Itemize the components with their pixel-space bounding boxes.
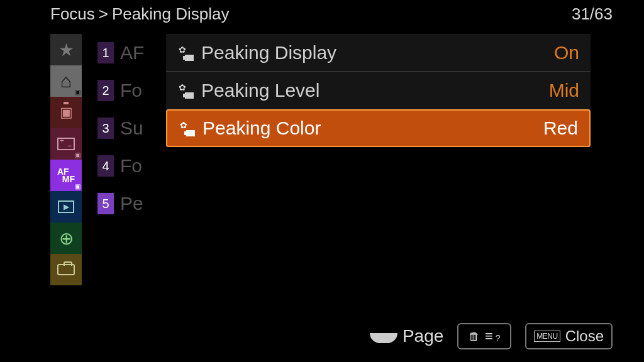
help-qmark: ?	[496, 333, 501, 343]
submenu-item[interactable]: 4 Fo	[97, 147, 167, 185]
camera-corner-icon: ▣	[75, 89, 80, 96]
list-icon: ≡	[485, 328, 493, 344]
close-label: Close	[565, 327, 604, 345]
setting-label: Peaking Level	[201, 80, 319, 101]
setting-peaking-level[interactable]: ✿ Peaking Level Mid	[166, 72, 591, 109]
setting-value: Red	[543, 118, 578, 139]
header: Focus > Peaking Display 31/63	[50, 3, 613, 25]
submenu-label: AF	[120, 42, 144, 63]
submenu-number: 3	[97, 118, 114, 139]
submenu-item[interactable]: 3 Su	[97, 109, 167, 147]
rail-home[interactable]: ▣	[50, 65, 82, 97]
setting-peaking-display[interactable]: ✿ Peaking Display On	[166, 34, 591, 72]
playback-icon	[58, 200, 74, 213]
submenu-label: Su	[120, 118, 143, 139]
page-control[interactable]: Page	[370, 326, 443, 346]
category-icon: ✿	[179, 120, 195, 136]
star-icon	[58, 40, 74, 60]
camera-corner-icon: ▣	[75, 183, 80, 190]
rail-shooting[interactable]	[50, 97, 82, 128]
page-counter: 31/63	[572, 4, 613, 24]
rail-playback[interactable]	[50, 191, 82, 222]
setting-label: Peaking Color	[203, 118, 321, 139]
category-rail: ▣ ▣ AF MF▣	[50, 34, 82, 285]
submenu-number: 5	[97, 193, 114, 214]
camera-corner-icon: ▣	[75, 151, 80, 158]
rail-setup[interactable]	[50, 254, 82, 285]
close-button[interactable]: MENU Close	[525, 323, 613, 349]
breadcrumb-sep: >	[99, 4, 108, 24]
submenu-item-selected[interactable]: 5 Pe	[97, 185, 167, 222]
submenu-label: Fo	[120, 80, 142, 101]
help-button[interactable]: 🗑 ≡?	[457, 323, 511, 349]
breadcrumb-root: Focus	[50, 4, 95, 24]
toolbox-icon	[57, 264, 75, 275]
page-sep: /	[590, 4, 594, 23]
breadcrumb-current: Peaking Display	[112, 4, 229, 24]
rail-favorites[interactable]	[50, 34, 82, 65]
rail-exposure[interactable]: ▣	[50, 128, 82, 160]
rail-focus[interactable]: AF MF▣	[50, 160, 82, 191]
submenu-item[interactable]: 1 AF	[97, 34, 167, 72]
category-icon: ✿	[177, 45, 194, 61]
mf-label: MF	[62, 174, 75, 184]
submenu-item[interactable]: 2 Fo	[97, 72, 167, 109]
setting-value: On	[554, 42, 579, 63]
setting-value: Mid	[549, 80, 579, 101]
globe-icon	[59, 228, 74, 249]
submenu-list: 1 AF 2 Fo 3 Su 4 Fo 5 Pe	[97, 34, 167, 222]
submenu-number: 1	[97, 42, 114, 63]
home-icon	[60, 70, 72, 92]
page-current: 31	[572, 4, 590, 23]
afmf-icon: AF MF	[57, 168, 75, 183]
setting-peaking-color-selected[interactable]: ✿ Peaking Color Red	[166, 109, 591, 147]
submenu-number: 4	[97, 155, 114, 177]
breadcrumb: Focus > Peaking Display	[50, 4, 229, 24]
rail-network[interactable]	[50, 222, 82, 254]
bottom-bar: Page 🗑 ≡? MENU Close	[0, 322, 613, 351]
menu-icon: MENU	[534, 331, 560, 342]
exposure-icon	[57, 138, 75, 150]
page-total: 63	[594, 4, 613, 23]
category-icon: ✿	[177, 82, 194, 99]
trash-icon: 🗑	[469, 330, 480, 343]
setting-label: Peaking Display	[201, 42, 336, 63]
submenu-label: Fo	[120, 155, 142, 177]
dial-icon	[370, 333, 397, 343]
submenu-number: 2	[97, 80, 114, 101]
camera-icon	[60, 104, 73, 121]
settings-panel: ✿ Peaking Display On ✿ Peaking Level Mid…	[166, 34, 591, 147]
submenu-label: Pe	[120, 193, 143, 214]
page-label: Page	[402, 326, 443, 346]
